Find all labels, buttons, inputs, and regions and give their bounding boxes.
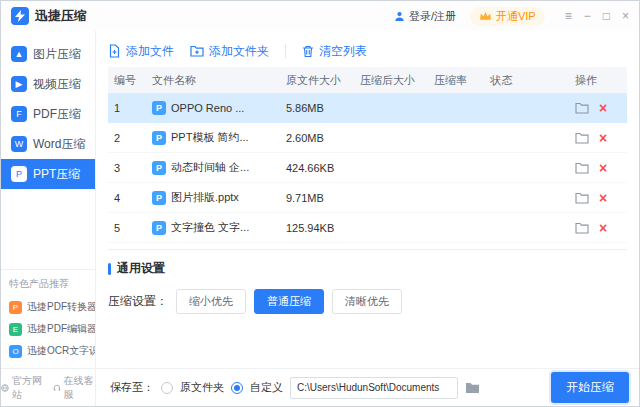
app-window: 迅捷压缩 登录/注册 开通VIP ≡ − □ × ▲ 图片压缩 (0, 0, 640, 407)
option-shrink-priority[interactable]: 缩小优先 (176, 289, 246, 314)
open-folder-icon[interactable] (575, 222, 589, 234)
user-icon (394, 11, 405, 22)
remove-file-icon[interactable]: × (599, 161, 607, 175)
open-folder-icon[interactable] (575, 102, 589, 114)
featured-pdf-converter[interactable]: P 迅捷PDF转换器 (1, 296, 95, 318)
table-header: 编号 文件名称 原文件大小 压缩后大小 压缩率 状态 操作 (108, 67, 627, 93)
featured-label: 迅捷OCR文字识别软件 (27, 344, 95, 358)
settings-section-title: 通用设置 (108, 260, 627, 277)
file-toolbar: 添加文件 添加文件夹 清空列表 (108, 35, 627, 67)
app-logo: 迅捷压缩 (11, 7, 87, 25)
remove-file-icon[interactable]: × (599, 221, 607, 235)
globe-icon (1, 383, 9, 393)
featured-title: 特色产品推荐 (1, 277, 95, 296)
remove-file-icon[interactable]: × (599, 191, 607, 205)
table-row[interactable]: 5 P 文字撞色 文字... 125.94KB × (108, 213, 627, 243)
file-table: 编号 文件名称 原文件大小 压缩后大小 压缩率 状态 操作 1 P OPPO R… (108, 67, 627, 243)
add-file-icon (108, 44, 121, 58)
login-label: 登录/注册 (409, 9, 456, 24)
radio-custom-label[interactable]: 自定义 (250, 380, 283, 395)
filename-text: OPPO Reno ... (171, 102, 244, 114)
close-icon[interactable]: × (622, 10, 629, 22)
vip-button[interactable]: 开通VIP (470, 7, 545, 26)
add-file-button[interactable]: 添加文件 (108, 43, 174, 60)
minimize-icon[interactable]: − (584, 10, 591, 22)
featured-pdf-editor[interactable]: E 迅捷PDF编辑器 (1, 318, 95, 340)
table-row[interactable]: 3 P 动态时间轴 企... 424.66KB × (108, 153, 627, 183)
remove-file-icon[interactable]: × (599, 101, 607, 115)
cell-filename: P 图片排版.pptx (146, 190, 280, 205)
cell-original-size: 5.86MB (280, 102, 354, 114)
open-folder-icon[interactable] (575, 162, 589, 174)
radio-original-folder-label[interactable]: 原文件夹 (180, 380, 224, 395)
featured-products: 特色产品推荐 P 迅捷PDF转换器 E 迅捷PDF编辑器 O 迅捷OCR文字识别… (1, 269, 95, 368)
filename-text: 文字撞色 文字... (171, 220, 249, 235)
sidebar-item-ppt-compress[interactable]: P PPT压缩 (1, 159, 95, 189)
maximize-icon[interactable]: □ (603, 10, 610, 22)
start-compress-button[interactable]: 开始压缩 (551, 372, 629, 403)
radio-custom[interactable] (231, 382, 243, 394)
clear-list-icon (302, 45, 314, 58)
open-folder-icon[interactable] (575, 132, 589, 144)
sidebar-item-video-compress[interactable]: ▶ 视频压缩 (1, 69, 95, 99)
col-header-compressed-size: 压缩后大小 (354, 73, 428, 88)
filename-text: 图片排版.pptx (171, 190, 239, 205)
radio-original-folder[interactable] (161, 382, 173, 394)
browse-folder-icon[interactable] (465, 381, 480, 394)
sidebar-item-pdf-compress[interactable]: F PDF压缩 (1, 99, 95, 129)
online-service-link[interactable]: 在线客服 (53, 374, 96, 402)
compress-setting-label: 压缩设置： (108, 293, 168, 310)
titlebar: 迅捷压缩 登录/注册 开通VIP ≡ − □ × (1, 1, 639, 31)
add-folder-button[interactable]: 添加文件夹 (190, 43, 269, 60)
featured-label: 迅捷PDF编辑器 (27, 322, 95, 336)
general-settings-section: 通用设置 压缩设置： 缩小优先 普通压缩 清晰优先 (108, 249, 627, 368)
save-path-input[interactable] (290, 377, 458, 399)
settings-title-text: 通用设置 (117, 260, 165, 277)
footer-links: 官方网站 在线客服 (1, 369, 96, 406)
cell-no: 2 (108, 132, 146, 144)
table-row[interactable]: 4 P 图片排版.pptx 9.71MB × (108, 183, 627, 213)
clear-list-button[interactable]: 清空列表 (302, 43, 367, 60)
col-header-name: 文件名称 (146, 73, 280, 88)
official-website-link[interactable]: 官方网站 (1, 374, 44, 402)
save-settings: 保存至： 原文件夹 自定义 (96, 377, 480, 399)
sidebar-item-word-compress[interactable]: W Word压缩 (1, 129, 95, 159)
ocr-icon: O (9, 345, 22, 358)
footer-link-label: 官方网站 (12, 374, 44, 402)
clear-list-label: 清空列表 (319, 43, 367, 60)
featured-ocr[interactable]: O 迅捷OCR文字识别软件 (1, 340, 95, 362)
add-file-label: 添加文件 (126, 43, 174, 60)
pdf-converter-icon: P (9, 301, 22, 314)
sidebar-item-label: 视频压缩 (33, 76, 81, 93)
headset-icon (53, 383, 61, 393)
cell-filename: P 文字撞色 文字... (146, 220, 280, 235)
cell-filename: P 动态时间轴 企... (146, 160, 280, 175)
cell-operation: × (569, 161, 627, 175)
cell-no: 3 (108, 162, 146, 174)
sidebar-item-image-compress[interactable]: ▲ 图片压缩 (1, 39, 95, 69)
cell-operation: × (569, 191, 627, 205)
col-header-no: 编号 (108, 73, 146, 88)
add-folder-icon (190, 45, 204, 57)
filename-text: PPT模板 简约... (171, 130, 249, 145)
content-area: 添加文件 添加文件夹 清空列表 编号 文件名称 原文件大小 压缩后 (96, 31, 639, 368)
cell-filename: P OPPO Reno ... (146, 101, 280, 115)
col-header-status: 状态 (484, 73, 569, 88)
ppt-file-icon: P (152, 221, 166, 235)
remove-file-icon[interactable]: × (599, 131, 607, 145)
option-normal-compress[interactable]: 普通压缩 (254, 289, 324, 314)
col-header-original-size: 原文件大小 (280, 73, 354, 88)
pdf-editor-icon: E (9, 323, 22, 336)
cell-original-size: 2.60MB (280, 132, 354, 144)
menu-icon[interactable]: ≡ (565, 10, 572, 22)
app-logo-icon (11, 7, 29, 25)
login-register-link[interactable]: 登录/注册 (394, 9, 456, 24)
ppt-file-icon: P (152, 191, 166, 205)
cell-filename: P PPT模板 简约... (146, 130, 280, 145)
ppt-file-icon: P (152, 161, 166, 175)
option-clarity-priority[interactable]: 清晰优先 (332, 289, 402, 314)
table-row[interactable]: 2 P PPT模板 简约... 2.60MB × (108, 123, 627, 153)
table-row[interactable]: 1 P OPPO Reno ... 5.86MB × (108, 93, 627, 123)
cell-operation: × (569, 101, 627, 115)
open-folder-icon[interactable] (575, 192, 589, 204)
